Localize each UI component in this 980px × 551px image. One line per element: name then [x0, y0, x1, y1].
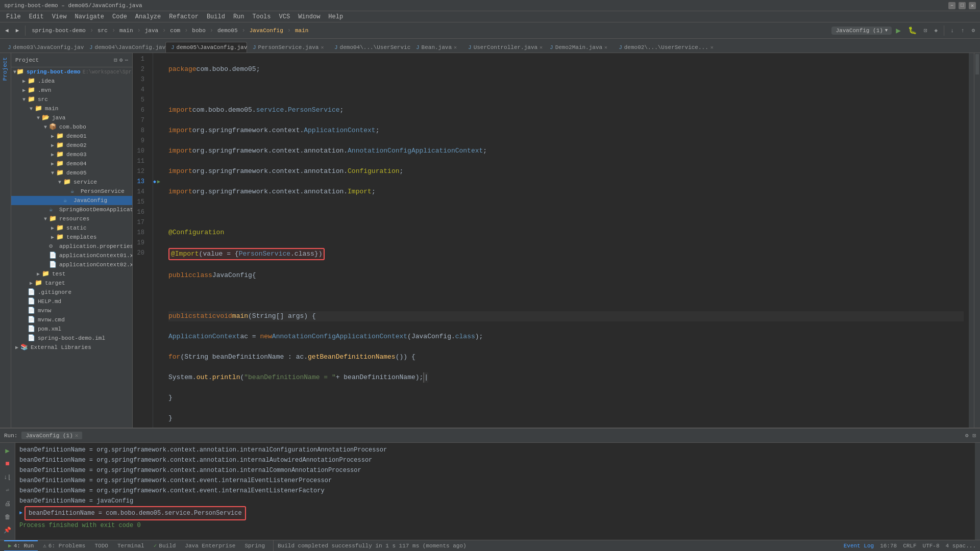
tree-item-idea[interactable]: ▶ 📁 .idea [11, 77, 132, 86]
menu-help[interactable]: Help [324, 11, 347, 22]
tree-item-target[interactable]: ▶ 📁 target [11, 279, 132, 288]
run-config-dropdown[interactable]: JavaConfig (1) ▼ [831, 27, 892, 35]
run-scroll-end-button[interactable]: ↓⌊ [2, 471, 13, 483]
bottom-tab-build[interactable]: ✓ Build [150, 540, 180, 552]
menu-build[interactable]: Build [203, 11, 229, 22]
bottom-tab-problems[interactable]: ⚠ 6: Problems [39, 540, 89, 552]
tab-demo05-javaconfig[interactable]: J demo05\JavaConfig.java ✕ [165, 42, 247, 53]
tab-demo04-userservice[interactable]: J demo04\...\UserService.java ✕ [329, 42, 410, 53]
run-soft-wrap-button[interactable]: ⏎ [2, 485, 13, 496]
run-print-button[interactable]: 🖨 [2, 498, 13, 509]
menu-view[interactable]: View [48, 11, 71, 22]
tab-demo04-javaconfig[interactable]: J demo04\JavaConfig.java ✕ [84, 42, 165, 53]
tree-item-mvnw[interactable]: 📄 mvnw [11, 306, 132, 315]
toolbar-forward[interactable]: ▶ [13, 26, 22, 35]
run-stop-button[interactable]: ■ [2, 458, 13, 469]
tree-item-demo02[interactable]: ▶ 📁 demo02 [11, 141, 132, 150]
indent-info[interactable]: 4 spac... [946, 543, 976, 549]
bottom-tab-terminal[interactable]: Terminal [113, 540, 149, 552]
toolbar-back[interactable]: ◀ [2, 26, 12, 35]
tree-item-demo01[interactable]: ▶ 📁 demo01 [11, 132, 132, 141]
breadcrumb-com[interactable]: com [167, 27, 183, 35]
bottom-tab-todo[interactable]: TODO [90, 540, 112, 552]
bottom-tab-run[interactable]: ▶ 4: Run [4, 540, 38, 552]
tree-item-springboot-app[interactable]: ☕ SpringBootDemoApplication [11, 205, 132, 214]
tree-item-demo04[interactable]: ▶ 📁 demo04 [11, 159, 132, 168]
run-pin-button[interactable]: 📌 [2, 524, 13, 536]
run-clear-button[interactable]: 🗑 [2, 511, 13, 522]
debug-button[interactable]: 🐛 [905, 25, 920, 36]
breadcrumb-class[interactable]: JavaConfig [247, 27, 286, 35]
menu-refactor[interactable]: Refactor [165, 11, 203, 22]
run-tab-close[interactable]: ✕ [75, 432, 79, 439]
tree-item-iml[interactable]: 📄 spring-boot-demo.iml [11, 334, 132, 343]
bottom-tab-spring[interactable]: Spring [240, 540, 269, 552]
event-log-link[interactable]: Event Log [844, 543, 874, 549]
breadcrumb-demo05[interactable]: demo05 [214, 27, 241, 35]
tree-item-static[interactable]: ▶ 📁 static [11, 223, 132, 233]
menu-edit[interactable]: Edit [25, 11, 48, 22]
breadcrumb-main[interactable]: main [116, 27, 136, 35]
tree-item-ctx02[interactable]: 📄 applicationContext02.xml [11, 260, 132, 269]
bottom-tab-java-enterprise[interactable]: Java Enterprise [181, 540, 239, 552]
tree-item-resources[interactable]: ▼ 📁 resources [11, 214, 132, 223]
scroll-thumb[interactable] [975, 54, 979, 74]
editor-scrollbar[interactable] [969, 53, 974, 428]
tab-close[interactable]: ✕ [710, 44, 714, 51]
menu-file[interactable]: File [2, 11, 25, 22]
run-expand-icon[interactable]: ⊡ [972, 432, 976, 439]
tab-bean[interactable]: J Bean.java ✕ [410, 42, 462, 53]
maximize-button[interactable]: □ [959, 2, 966, 9]
gear-icon[interactable]: ⋯ [125, 57, 128, 63]
run-settings-icon[interactable]: ⚙ [965, 432, 969, 439]
tree-item-demo03[interactable]: ▶ 📁 demo03 [11, 150, 132, 159]
tab-close[interactable]: ✕ [604, 44, 607, 51]
tab-personservice[interactable]: J PersonService.java ✕ [247, 42, 329, 53]
tab-close[interactable]: ✕ [321, 44, 324, 51]
encoding[interactable]: UTF-8 [923, 543, 940, 549]
menu-run[interactable]: Run [229, 11, 249, 22]
tree-item-service[interactable]: ▼ 📁 service [11, 178, 132, 187]
tab-close[interactable]: ✕ [454, 44, 457, 51]
tab-close[interactable]: ✕ [540, 44, 543, 51]
code-editor[interactable]: package com.bobo.demo05; import com.bobo… [163, 53, 969, 428]
menu-analyze[interactable]: Analyze [131, 11, 165, 22]
run-gutter-icon[interactable]: ▶ [157, 179, 160, 185]
tree-item-com-bobo[interactable]: ▼ 📦 com.bobo [11, 122, 132, 132]
menu-tools[interactable]: Tools [249, 11, 275, 22]
tab-demo2main[interactable]: J Demo2Main.java ✕ [544, 42, 613, 53]
settings-icon[interactable]: ⚙ [119, 57, 123, 63]
tree-item-personservice[interactable]: ☕ PersonService ← [11, 187, 132, 196]
output-scrollbar[interactable] [975, 443, 980, 540]
tab-demo03-javaconfig[interactable]: J demo03\JavaConfig.java ✕ [2, 42, 84, 53]
tree-item-ext-libs[interactable]: ▶ 📚 External Libraries [11, 343, 132, 352]
breadcrumb-bobo[interactable]: bobo [189, 27, 208, 35]
tree-item-src[interactable]: ▼ 📁 src [11, 95, 132, 104]
breadcrumb-project[interactable]: spring-boot-demo [29, 27, 89, 35]
tree-item-test[interactable]: ▶ 📁 test [11, 269, 132, 279]
run-button[interactable]: ▶ [893, 24, 904, 37]
tree-item-mvnw-cmd[interactable]: 📄 mvnw.cmd [11, 315, 132, 324]
menu-code[interactable]: Code [108, 11, 131, 22]
tree-item-pom[interactable]: 📄 pom.xml [11, 324, 132, 334]
git-push[interactable]: ↑ [958, 27, 968, 35]
git-update[interactable]: ↓ [947, 27, 957, 35]
tree-item-gitignore[interactable]: 📄 .gitignore [11, 288, 132, 297]
tree-item-ctx01[interactable]: 📄 applicationContext01.xml [11, 251, 132, 260]
minimize-button[interactable]: – [948, 2, 955, 9]
breadcrumb-java[interactable]: java [142, 27, 161, 35]
tree-item-javaconfig[interactable]: ☕ JavaConfig [11, 196, 132, 205]
tree-item-help[interactable]: 📄 HELP.md [11, 297, 132, 306]
tree-item-main[interactable]: ▼ 📁 main [11, 104, 132, 113]
tab-demo02-userservice[interactable]: J demo02\...\UserService... ✕ [613, 42, 695, 53]
tree-item-root[interactable]: ▼ 📁 spring-boot-demo E:\workspace\Spring… [11, 67, 132, 77]
line-separator[interactable]: CRLF [903, 543, 916, 549]
breadcrumb-src[interactable]: src [94, 27, 111, 35]
tree-item-demo05[interactable]: ▼ 📁 demo05 [11, 168, 132, 178]
tree-item-java[interactable]: ▼ 📂 java [11, 113, 132, 122]
tree-item-mvn[interactable]: ▶ 📁 .mvn [11, 86, 132, 95]
menu-vcs[interactable]: VCS [275, 11, 295, 22]
run-config-tab[interactable]: JavaConfig (1) ✕ [21, 432, 82, 439]
tree-item-templates[interactable]: ▶ 📁 templates [11, 233, 132, 242]
collapse-all-icon[interactable]: ⊟ [114, 57, 117, 63]
